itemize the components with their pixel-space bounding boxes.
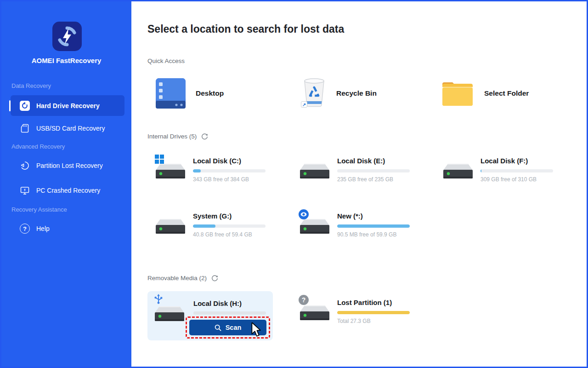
eye-badge-icon	[299, 209, 309, 219]
hard-drive-icon	[156, 213, 185, 235]
sidebar: AOMEI FastRecovery Data Recovery Hard Dr…	[1, 1, 131, 367]
page-title: Select a location to search for lost dat…	[147, 23, 344, 35]
drive-tile-g[interactable]: System (G:) 40.8 GB free of 59.4 GB	[156, 211, 266, 238]
drive-tile-h[interactable]: Local Disk (H:) Scan	[147, 291, 273, 340]
shortcut-arrow-icon: ↗	[301, 101, 307, 108]
refresh-icon[interactable]	[201, 133, 208, 140]
usage-bar	[337, 311, 410, 314]
usage-bar	[337, 169, 410, 172]
sidebar-item-help[interactable]: ? Help	[11, 219, 124, 238]
sidebar-group-advanced-recovery: Advanced Recovery	[11, 143, 65, 150]
usage-bar	[337, 224, 410, 228]
undo-arrow-icon	[20, 101, 30, 111]
main-content: Select a location to search for lost dat…	[131, 1, 587, 367]
app-window: AOMEI FastRecovery Data Recovery Hard Dr…	[0, 0, 588, 368]
drive-free-space: 235 GB free of 235 GB	[337, 176, 410, 183]
desktop-icon	[156, 78, 186, 109]
folder-icon	[441, 80, 474, 107]
quick-access-label: Recycle Bin	[336, 89, 377, 98]
drive-name: System (G:)	[193, 211, 266, 220]
crashed-pc-icon	[20, 185, 30, 196]
quick-access-desktop[interactable]: Desktop	[156, 78, 224, 109]
sidebar-item-pc-crashed-recovery[interactable]: PC Crashed Recovery	[11, 181, 124, 200]
usage-bar	[193, 311, 266, 315]
quick-access-label: Desktop	[196, 89, 224, 98]
sidebar-item-hard-drive-recovery[interactable]: Hard Drive Recovery	[11, 95, 124, 116]
sd-card-icon	[20, 123, 30, 133]
drive-free-space: 343 GB free of 384 GB	[193, 176, 266, 183]
drive-tile-lost-partition[interactable]: ? Lost Partition (1) Total 27.3 GB	[300, 298, 410, 324]
drive-name: Local Disk (F:)	[481, 156, 553, 165]
sidebar-item-label: Hard Drive Recovery	[36, 102, 100, 109]
drive-total-size: Total 27.3 GB	[337, 318, 410, 324]
usage-bar	[193, 169, 266, 172]
drive-name: Local Disk (C:)	[193, 156, 266, 165]
drive-free-space: 40.8 GB free of 59.4 GB	[193, 231, 266, 238]
usage-bar	[481, 169, 553, 172]
magnifier-icon	[215, 324, 221, 331]
drive-name: Local Disk (E:)	[337, 156, 410, 165]
usage-bar	[193, 224, 266, 228]
quick-access-recycle-bin[interactable]: ↗ Recycle Bin	[302, 78, 377, 109]
windows-logo-icon	[154, 154, 164, 164]
sidebar-item-usb-sd-card-recovery[interactable]: USB/SD Card Recovery	[11, 119, 124, 138]
hard-drive-icon	[443, 158, 473, 180]
sidebar-item-label: Help	[36, 225, 50, 232]
drive-name: Lost Partition (1)	[337, 298, 410, 306]
section-quick-access: Quick Access	[147, 58, 185, 64]
drive-tile-c[interactable]: Local Disk (C:) 343 GB free of 384 GB	[156, 156, 266, 183]
drive-free-space: 309 GB free of 310 GB	[481, 176, 553, 183]
question-badge-icon: ?	[299, 295, 309, 305]
drive-name: New (*:)	[337, 211, 410, 220]
mouse-cursor	[251, 322, 262, 337]
refresh-icon[interactable]	[211, 275, 218, 282]
app-name: AOMEI FastRecovery	[1, 57, 131, 64]
hard-drive-icon	[300, 158, 329, 180]
sidebar-item-partition-lost-recovery[interactable]: Partition Lost Recovery	[11, 156, 124, 175]
drive-tile-e[interactable]: Local Disk (E:) 235 GB free of 235 GB	[300, 156, 410, 183]
sidebar-item-label: USB/SD Card Recovery	[36, 125, 105, 132]
drive-free-space: 90.5 MB free of 59.9 GB	[337, 231, 410, 238]
section-removable-media: Removable Media (2)	[147, 275, 218, 282]
sidebar-group-recovery-assistance: Recovery Assistance	[11, 206, 67, 213]
drive-tile-new[interactable]: New (*:) 90.5 MB free of 59.9 GB	[300, 211, 410, 238]
drive-name: Local Disk (H:)	[193, 299, 242, 307]
sidebar-group-data-recovery: Data Recovery	[11, 82, 51, 89]
sidebar-item-label: PC Crashed Recovery	[36, 187, 100, 194]
help-icon: ?	[20, 224, 30, 234]
partition-pie-icon	[20, 161, 30, 171]
section-internal-drives: Internal Drives (5)	[147, 133, 208, 140]
usb-icon	[153, 294, 164, 304]
sidebar-item-label: Partition Lost Recovery	[36, 162, 103, 169]
app-logo-icon	[52, 22, 82, 51]
quick-access-label: Select Folder	[484, 89, 529, 98]
quick-access-select-folder[interactable]: Select Folder	[441, 78, 529, 109]
drive-tile-f[interactable]: Local Disk (F:) 309 GB free of 310 GB	[443, 156, 553, 183]
